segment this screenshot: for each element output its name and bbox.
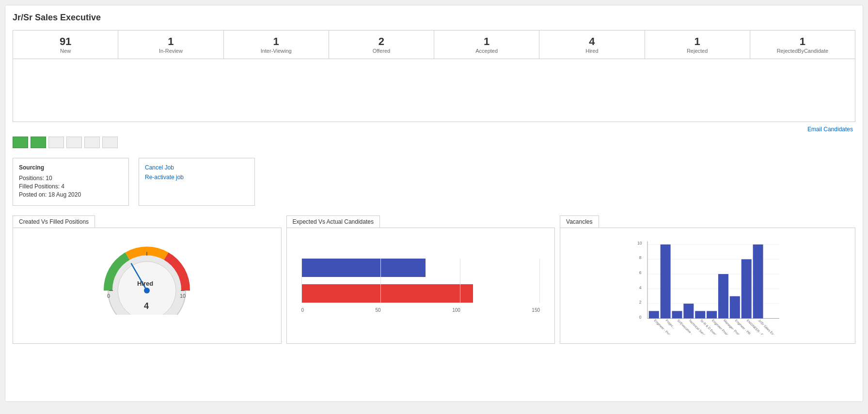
- hbar-chart-area: 0 50 100 150: [301, 259, 540, 313]
- candidates-area: [13, 59, 855, 122]
- toolbar-btn-2[interactable]: [48, 137, 64, 148]
- cancel-job-link[interactable]: Cancel Job: [145, 164, 249, 171]
- axis-label-50: 50: [376, 307, 381, 313]
- tab-label: New: [16, 48, 115, 54]
- svg-text:8: 8: [639, 255, 642, 260]
- filled-positions-info: Filled Positions: 4: [19, 183, 123, 190]
- status-tab-accepted[interactable]: 1Accepted: [434, 31, 539, 59]
- vacancies-svg: 0 2 4 6 8 10: [565, 233, 850, 335]
- vbar-10: [753, 245, 763, 319]
- status-tab-hired[interactable]: 4Hired: [539, 31, 645, 59]
- tab-count: 91: [16, 35, 115, 48]
- svg-text:4: 4: [144, 301, 149, 311]
- vbar-4: [683, 304, 694, 319]
- positions-info: Positions: 10: [19, 175, 123, 182]
- tab-label: Rejected: [647, 48, 747, 54]
- expected-vs-actual-section: Expected Vs Actual Candidates 0 50: [286, 215, 555, 344]
- vbar-6: [707, 311, 717, 318]
- sourcing-title: Sourcing: [19, 164, 123, 171]
- status-tab-offered[interactable]: 2Offered: [329, 31, 434, 59]
- toolbar-btn-0[interactable]: [13, 137, 28, 148]
- info-actions-row: Sourcing Positions: 10 Filled Positions:…: [13, 158, 855, 206]
- status-tab-rejected[interactable]: 1Rejected: [645, 31, 750, 59]
- created-vs-filled-section: Created Vs Filled Positions: [13, 215, 282, 344]
- email-link-row: Email Candidates: [13, 124, 855, 134]
- svg-text:4: 4: [639, 285, 642, 290]
- tab-count: 2: [331, 35, 431, 48]
- tab-label: In-Review: [121, 48, 221, 54]
- tab-label: Accepted: [437, 48, 537, 54]
- page-title: Jr/Sr Sales Executive: [13, 13, 855, 23]
- vbar-1: [649, 311, 659, 318]
- svg-point-6: [144, 288, 150, 293]
- tab-count: 1: [121, 35, 221, 48]
- vbar-5: [695, 311, 705, 318]
- vbar-8: [730, 296, 740, 319]
- tab-count: 1: [437, 35, 537, 48]
- expected-vs-actual-chart: 0 50 100 150: [286, 228, 555, 344]
- created-vs-filled-title: Created Vs Filled Positions: [13, 215, 95, 228]
- main-page: Jr/Sr Sales Executive 91New1In-Review1In…: [5, 5, 863, 402]
- tab-count: 1: [226, 35, 326, 48]
- status-tabs: 91New1In-Review1Inter-Viewing2Offered1Ac…: [13, 30, 855, 59]
- gauge-container: 0 10 Hired 4: [98, 237, 195, 334]
- tab-count: 1: [647, 35, 747, 48]
- gauge-svg: 0 10 Hired 4: [98, 237, 195, 315]
- status-tab-new[interactable]: 91New: [13, 31, 118, 59]
- tab-count: 4: [542, 35, 642, 48]
- vbar-9: [742, 259, 752, 318]
- svg-text:2: 2: [639, 300, 642, 305]
- toolbar-btn-5[interactable]: [102, 137, 118, 148]
- posted-on-info: Posted on: 18 Aug 2020: [19, 191, 123, 198]
- blue-bar: [301, 259, 426, 277]
- status-tab-rejectedbycandidate[interactable]: 1RejectedByCandidate: [750, 31, 855, 59]
- created-vs-filled-chart: 0 10 Hired 4: [13, 228, 282, 344]
- tab-label: Inter-Viewing: [226, 48, 326, 54]
- email-candidates-link[interactable]: Email Candidates: [807, 126, 853, 133]
- svg-text:10: 10: [637, 241, 642, 245]
- vbar-7: [718, 274, 728, 319]
- svg-text:10: 10: [180, 293, 186, 299]
- svg-text:Hired: Hired: [137, 280, 153, 287]
- toolbar-btn-1[interactable]: [31, 137, 46, 148]
- tab-label: Hired: [542, 48, 642, 54]
- tab-count: 1: [753, 35, 852, 48]
- reactivate-job-link[interactable]: Re-activate job: [145, 174, 249, 181]
- actions-box: Cancel Job Re-activate job: [139, 158, 255, 206]
- toolbar: [13, 134, 855, 151]
- svg-text:Projec...: Projec...: [665, 319, 676, 330]
- sourcing-box: Sourcing Positions: 10 Filled Positions:…: [13, 158, 129, 206]
- svg-text:6: 6: [639, 270, 642, 275]
- status-tab-in-review[interactable]: 1In-Review: [118, 31, 223, 59]
- svg-text:0: 0: [107, 293, 110, 299]
- axis-label-100: 100: [452, 307, 460, 313]
- toolbar-btn-4[interactable]: [84, 137, 100, 148]
- toolbar-btn-3[interactable]: [66, 137, 82, 148]
- axis-label-0: 0: [301, 307, 304, 313]
- vacancies-title: Vacancles: [560, 215, 599, 228]
- status-tab-inter-viewing[interactable]: 1Inter-Viewing: [224, 31, 329, 59]
- blue-bar-row: [301, 259, 540, 277]
- charts-row: Created Vs Filled Positions: [13, 215, 855, 344]
- axis-label-150: 150: [532, 307, 540, 313]
- tab-label: RejectedByCandidate: [753, 48, 852, 54]
- vacancies-chart: 0 2 4 6 8 10: [560, 228, 855, 344]
- vacancies-section: Vacancles 0 2 4 6 8 10: [560, 215, 855, 344]
- svg-text:0: 0: [639, 315, 642, 320]
- vbar-2: [661, 245, 671, 319]
- expected-vs-actual-title: Expected Vs Actual Candidates: [286, 215, 380, 228]
- vbar-3: [672, 311, 682, 318]
- tab-label: Offered: [331, 48, 431, 54]
- hbar-axis-labels: 0 50 100 150: [301, 307, 540, 313]
- red-bar-row: [301, 284, 540, 303]
- red-bar: [301, 284, 473, 303]
